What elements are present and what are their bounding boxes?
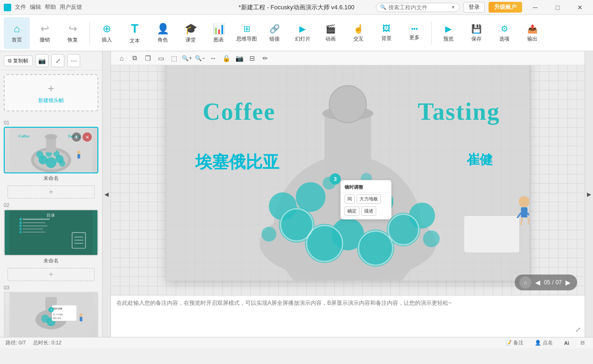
toolbar-chart[interactable]: 📊 图表 [206, 17, 232, 49]
nav-next-button[interactable]: ▶ [564, 278, 572, 287]
slide-thumbnail[interactable]: 目录 [4, 209, 98, 256]
app-logo [4, 4, 11, 11]
fit-button[interactable]: ⤢ [51, 54, 64, 67]
toolbar-export[interactable]: 📤 输出 [519, 17, 545, 49]
nav-prev-button[interactable]: ◀ [533, 278, 542, 287]
toolbar-background[interactable]: 🖼 背景 [373, 17, 400, 49]
notes-icon: 📝 [505, 340, 512, 346]
classroom-icon: 🎓 [185, 23, 197, 35]
slide-thumbnail[interactable]: 镜时调整 间 大力地板 确定 描述 3 [4, 292, 98, 337]
zoom-in-icon[interactable]: 🔍+ [182, 53, 192, 63]
camera-icon[interactable]: 📷 [234, 53, 244, 63]
screenshot-button[interactable]: 📷 [35, 54, 48, 67]
edit-icon[interactable]: ✏ [260, 53, 270, 63]
toolbar-undo[interactable]: ↩ 撤销 [32, 17, 58, 49]
toolbar-slide[interactable]: ▶ 幻灯片 [290, 17, 316, 49]
status-left: 路径: 0/7 总时长: 0:12 [6, 339, 62, 346]
toolbar-mindmap[interactable]: ⊞ 思维导图 [234, 17, 260, 49]
status-bar: 路径: 0/7 总时长: 0:12 📝 备注 👤 点名 Ai ⊟ [0, 337, 593, 348]
title-bar: 文件 编辑 帮助 用户反馈 *新建工程 - Focusky动画演示大师 v4.6… [0, 0, 593, 15]
right-panel-collapse[interactable]: ▶ [585, 51, 593, 337]
panel-collapse-button[interactable]: ◀ [103, 51, 111, 337]
search-dropdown-icon[interactable]: ▼ [451, 5, 455, 10]
interact-icon: ☝ [353, 24, 364, 34]
slide-canvas[interactable]: Coffee Tasting 埃塞俄比亚 崔健 镜时调整 间 大力地板 确定 描 [166, 65, 530, 281]
chart-icon: 📊 [213, 23, 225, 35]
copy-secondary-icon[interactable]: ⧉ [130, 53, 140, 63]
main-area: ⧉ 复制帧 📷 ⤢ ⋯ + 新建镜头帧 01 [0, 51, 593, 337]
slide-visibility-button[interactable]: 👁 [72, 132, 81, 142]
slide-number: 02 [4, 202, 98, 208]
toolbar-interact[interactable]: ☝ 交互 [345, 17, 372, 49]
toolbar-character[interactable]: 👤 角色 [150, 17, 176, 49]
svg-point-30 [19, 231, 22, 234]
screen-button[interactable]: ⊟ [578, 339, 587, 347]
toolbar-home[interactable]: ⌂ 首页 [4, 17, 30, 49]
svg-point-61 [296, 182, 325, 212]
menu-file[interactable]: 文件 [15, 3, 26, 11]
toolbar-link[interactable]: 🔗 链接 [262, 17, 288, 49]
toolbar-more[interactable]: ••• 更多 [401, 17, 428, 49]
svg-text:3: 3 [50, 309, 52, 311]
toolbar-animation[interactable]: 🎬 动画 [317, 17, 344, 49]
context-popup-row2: 确定 描述 [341, 205, 391, 217]
toolbar-text[interactable]: T 文本 [122, 17, 148, 49]
toolbar-preview[interactable]: ▶ 预览 [435, 17, 462, 49]
slide-delete-button[interactable]: ✕ [83, 132, 92, 142]
canvas-navigation: ⌂ ◀ 05 / 07 ▶ [515, 275, 577, 290]
search-input[interactable] [388, 4, 449, 11]
secondary-toolbar: ⌂ ⧉ ❐ ▭ ⬚ 🔍+ 🔍− ↔ 🔒 📷 ⊟ ✏ [111, 51, 585, 65]
toolbar-save[interactable]: 💾 保存 [463, 17, 490, 49]
home-secondary-icon[interactable]: ⌂ [117, 53, 127, 63]
lock-secondary-icon[interactable]: ⬚ [169, 53, 179, 63]
svg-point-9 [59, 160, 65, 166]
context-btn-queding[interactable]: 确定 [345, 206, 359, 216]
save-icon: 💾 [471, 24, 482, 34]
canvas-subtitle-right: 崔健 [467, 151, 493, 169]
context-btn-jian[interactable]: 间 [345, 194, 355, 204]
menu-edit[interactable]: 编辑 [30, 3, 41, 11]
notes-area: ⤢ [111, 295, 585, 337]
slide-preview-svg-2: 目录 [5, 210, 97, 255]
new-frame-button[interactable]: + 新建镜头帧 [4, 74, 98, 111]
grid-icon[interactable]: ⊟ [247, 53, 257, 63]
ai-button[interactable]: Ai [561, 339, 572, 347]
slide-number: 01 [4, 120, 98, 125]
text-icon: T [131, 21, 138, 36]
toolbar-redo[interactable]: ↪ 恢复 [60, 17, 86, 49]
notes-button[interactable]: 📝 备注 [503, 338, 526, 347]
canvas-background[interactable]: Coffee Tasting 埃塞俄比亚 崔健 镜时调整 间 大力地板 确定 描 [111, 65, 585, 295]
toolbar-options[interactable]: ⚙ 选项 [491, 17, 517, 49]
frame-secondary-icon[interactable]: ▭ [156, 53, 166, 63]
add-slide-button[interactable]: + [7, 268, 95, 281]
lock-icon[interactable]: 🔒 [221, 53, 231, 63]
notes-expand-button[interactable]: ⤢ [575, 326, 581, 333]
menu-help[interactable]: 帮助 [45, 3, 56, 11]
dots-button[interactable]: 👤 点名 [532, 338, 556, 347]
add-slide-button[interactable]: + [7, 185, 95, 199]
more-icon: ••• [411, 25, 418, 33]
mindmap-icon: ⊞ [243, 24, 250, 34]
nav-home-button[interactable]: ⌂ [519, 276, 531, 288]
notes-input[interactable] [117, 299, 579, 333]
more-panel-button[interactable]: ⋯ [67, 54, 80, 67]
login-button[interactable]: 登录 [463, 2, 485, 13]
svg-text:间  大力地板: 间 大力地板 [53, 313, 63, 316]
toolbar-insert[interactable]: ⊕ 插入 [94, 17, 120, 49]
svg-point-68 [423, 230, 440, 247]
minimize-button[interactable]: ─ [526, 0, 545, 14]
copy-frame-button[interactable]: ⧉ 复制帧 [4, 55, 33, 66]
toolbar-classroom[interactable]: 🎓 课堂 [178, 17, 204, 49]
maximize-button[interactable]: □ [548, 0, 567, 14]
upgrade-button[interactable]: 升级账户 [489, 2, 522, 13]
context-btn-miaoshu[interactable]: 描述 [361, 206, 376, 216]
slide-thumbnail[interactable]: Coffee Tasting 👁 ✕ [4, 127, 98, 173]
paste-secondary-icon[interactable]: ❐ [143, 53, 153, 63]
close-button[interactable]: ✕ [571, 0, 589, 14]
context-popup-title: 镜时调整 [341, 182, 391, 193]
context-btn-dalidi[interactable]: 大力地板 [357, 194, 381, 204]
svg-rect-44 [80, 317, 83, 322]
zoom-out-icon[interactable]: 🔍− [195, 53, 205, 63]
resize-icon[interactable]: ↔ [208, 53, 218, 63]
menu-feedback[interactable]: 用户反馈 [60, 3, 82, 11]
